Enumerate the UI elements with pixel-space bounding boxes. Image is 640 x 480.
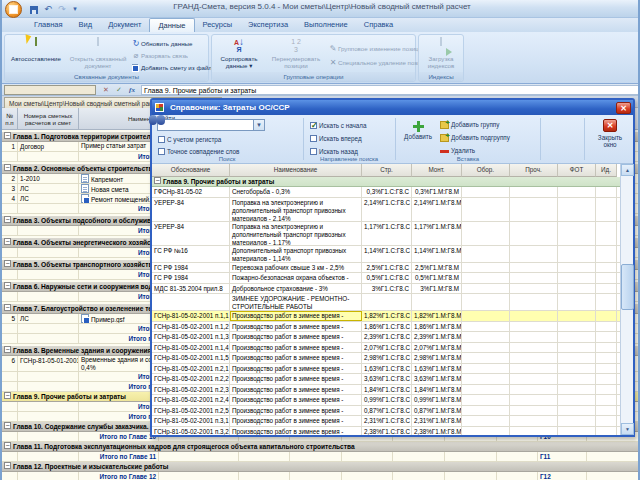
dialog-column-header[interactable]: Обоснование [152,164,230,177]
cancel-icon[interactable]: ✕ [100,85,112,95]
dialog-table-cell [510,406,558,416]
load-indices-button[interactable]: Загрузка индексов [421,37,461,74]
autocompose-button[interactable]: Автосоставление [7,37,65,74]
dialog-table-row[interactable]: ГСНр-81-05-02-2001 п.3,1Производство раб… [152,416,620,427]
dialog-table-row[interactable]: ГСНр-81-05-02-2001 п.2,1Производство раб… [152,364,620,375]
total-row[interactable]: Итого по Главе 12Г12 [2,472,640,480]
table-cell [2,372,18,381]
dialog-column-header[interactable]: Проч. [510,164,558,177]
collapse-icon[interactable]: − [4,164,11,171]
ribbon-tab-Ресурсы[interactable]: Ресурсы [195,18,241,32]
table-cell: Итого по [79,382,159,391]
function-icon[interactable]: fx [126,85,138,95]
add-subgroup-button[interactable]: Добавить подгруппу [440,132,510,143]
dialog-table-row[interactable]: ГС РФ №16Дополнительный транспорт привоз… [152,246,620,263]
dialog-column-header[interactable]: Монт. [412,164,462,177]
dialog-table-cell: 1,63%Г1.С:Г8.С [362,364,412,374]
collapse-icon[interactable]: − [4,442,11,449]
dialog-column-header[interactable]: Обор. [462,164,510,177]
dialog-column-header[interactable]: ФОТ [558,164,596,177]
collapse-icon[interactable]: − [4,238,11,245]
scroll-up-icon[interactable]: ▲ [621,164,634,176]
exact-match-checkbox[interactable]: Точное совпадение слов [158,147,239,156]
open-linked-document-button[interactable]: Открыть связанный документ [67,37,129,74]
renumber-positions-button[interactable]: 1 23 Перенумеровать позиции [266,37,326,74]
dialog-table-row[interactable]: ГС РФ 1984Пожарно-безопасная охрана объе… [152,273,620,284]
enter-icon[interactable]: ✓ [113,85,125,95]
dialog-title-bar[interactable]: Справочник: Затраты ОС/ССР ✕ [152,100,633,115]
refresh-data-button[interactable]: ↻Обновить данные [131,38,193,50]
search-from-start-checkbox[interactable]: Искать с начала [310,121,367,130]
dialog-table-row[interactable]: ГСНр-81-05-02-2001 п.1,4Производство раб… [152,343,620,354]
chapter-row[interactable]: −Глава 12. Проектные и изыскательские ра… [2,462,640,472]
dialog-table-row[interactable]: УЕРЕР-84Поправка на электроэнергию и доп… [152,198,620,222]
dialog-table-row[interactable]: ГСНр-81-05-02-2001 п.2,3Производство раб… [152,385,620,396]
add-button[interactable]: Добавить [400,119,436,140]
dialog-table-row[interactable]: ГСНр-81-05-02-2001 п.1,3Производство раб… [152,332,620,343]
name-box[interactable] [4,85,96,95]
ribbon-tab-Экспертиза[interactable]: Экспертиза [240,18,296,32]
group-change-positions-button[interactable]: ✎Групповое изменение позиций [328,43,426,55]
collapse-icon[interactable]: − [4,462,11,469]
search-combobox[interactable]: ▼ [157,119,265,131]
collapse-icon[interactable]: − [4,260,11,267]
chapter-row[interactable]: −Глава 11. Подготовка эксплуатационных к… [2,442,640,452]
break-link-button[interactable]: ⌀Разорвать связь [131,50,188,62]
collapse-icon[interactable]: − [4,216,11,223]
search-forward-checkbox[interactable]: Искать вперед [310,134,362,143]
dialog-table-row[interactable]: ГС РФ 1984Перевозка рабочих свыше 3 км -… [152,263,620,274]
formula-input[interactable]: Глава 9. Прочие работы и затраты [141,85,639,95]
dialog-table-row[interactable]: ГСНр-81-05-02-2001 п.3,2Производство раб… [152,427,620,436]
separator [584,118,585,160]
sort-data-button[interactable]: А↓Я Сортировать данные ▾ [214,37,264,74]
collapse-icon[interactable]: − [4,392,11,399]
table-cell: 3 [2,184,18,193]
dialog-table-row[interactable]: ГСНр-81-05-02-2001 п.1,5Производство раб… [152,353,620,364]
dialog-column-header[interactable]: Ид. [596,164,617,177]
ribbon-tab-Документ[interactable]: Документ [100,18,149,32]
dialog-column-header[interactable]: Стр. [362,164,412,177]
collapse-icon[interactable]: − [4,346,11,353]
scroll-down-icon[interactable]: ▼ [621,423,634,435]
dialog-table-row[interactable]: ГСНр-81-05-02-2001 п.1,2Производство раб… [152,322,620,333]
dialog-table-cell: 2,39%Г1.М:Г8.М [412,332,462,342]
special-delete-positions-button[interactable]: ✕Специальное удаление позиций [328,57,431,69]
dialog-table-row[interactable]: МДС 81-35.2004 прил.8Добровольное страхо… [152,284,620,295]
collapse-icon[interactable]: − [4,282,11,289]
dialog-table-cell: ГСНр-81-05-02-2001 п.1,4 [152,343,230,353]
ribbon-tab-Главная[interactable]: Главная [26,18,71,32]
table-cell [2,472,18,480]
ribbon-tab-Выполнение[interactable]: Выполнение [296,18,356,32]
total-row[interactable]: Итого по Главе 11Г11 [2,452,640,462]
dialog-column-header[interactable]: Наименование [230,164,362,177]
dialog-table-row[interactable]: ГСНр-81-05-02-2001 п.2,2Производство раб… [152,374,620,385]
dialog-table-cell: Производство работ в зимнее время - 1,82… [230,311,362,321]
ribbon-tab-Вид[interactable]: Вид [71,18,101,32]
dialog-selected-row[interactable]: ГСНр-81-05-02-2001 п.1,1Производство раб… [152,311,620,322]
ribbon-tab-Данные[interactable]: Данные [149,18,194,32]
delete-button[interactable]: Удалить [440,145,475,156]
dialog-table-cell [462,284,510,294]
dialog-close-icon[interactable]: ✕ [616,102,631,114]
collapse-icon[interactable]: − [154,177,161,184]
add-group-button[interactable]: Добавить группу [440,119,499,130]
dialog-table-row[interactable]: Зимнее удорожание - ремонтно-строительны… [152,294,620,311]
collapse-icon[interactable]: − [4,132,11,139]
collapse-icon[interactable]: − [4,422,11,429]
case-sensitive-checkbox[interactable]: С учетом регистра [158,135,221,144]
ribbon-tab-Справка[interactable]: Справка [356,18,401,32]
combobox-dropdown-icon[interactable]: ▼ [253,120,264,130]
collapse-icon[interactable]: − [4,304,11,311]
edit-icon: ✎ [328,43,338,55]
search-backward-checkbox[interactable]: Искать назад [310,147,358,156]
dialog-group-row[interactable]: −Глава 9. Прочие работы и затраты [152,177,620,187]
dialog-table-row[interactable]: ГСНр-81-05-02-2001 п.2,5Производство раб… [152,406,620,417]
dialog-table-row[interactable]: ГФСНр-81-05-02Снегоборьба - 0,3%0,3%Г1.С… [152,187,620,198]
table-cell: Итого [79,270,159,279]
table-cell: Договор [18,142,79,151]
close-window-button[interactable]: ✕Закрыть окно [593,119,627,159]
scrollbar-thumb[interactable] [621,264,634,310]
dialog-table-row[interactable]: ГСНр-81-05-02-2001 п.2,4Производство раб… [152,395,620,406]
dialog-table-row[interactable]: УЕРЕР-84Поправка на электроэнергию и доп… [152,222,620,246]
vertical-scrollbar[interactable]: ▲ ▼ [620,164,633,435]
